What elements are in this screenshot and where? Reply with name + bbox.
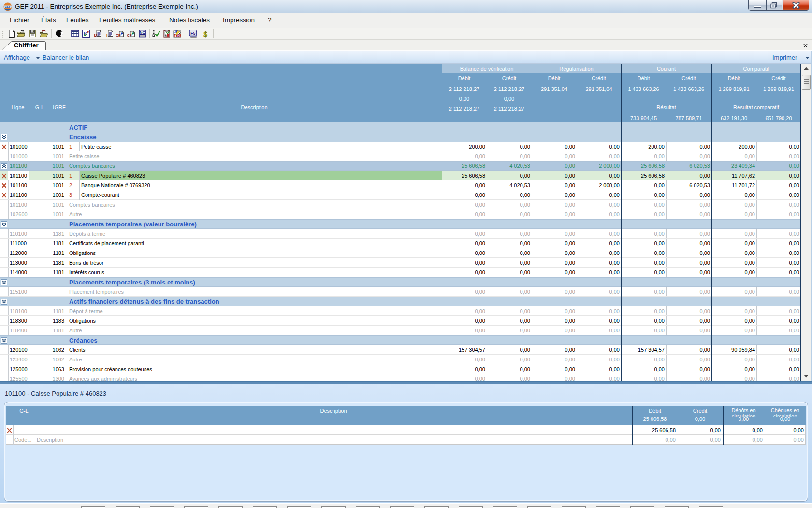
svg-text:İ: İ — [106, 33, 108, 38]
svg-text:D: D — [94, 33, 98, 38]
svg-text:NC: NC — [140, 30, 145, 35]
svg-text:$: $ — [204, 30, 208, 38]
svg-text:P: P — [132, 31, 135, 36]
svg-text:GEF: GEF — [5, 5, 11, 8]
svg-text:CF: CF — [116, 33, 121, 38]
svg-text:F5: F5 — [190, 31, 195, 36]
svg-text:F: F — [121, 31, 123, 36]
svg-text:CF: CF — [127, 33, 132, 38]
